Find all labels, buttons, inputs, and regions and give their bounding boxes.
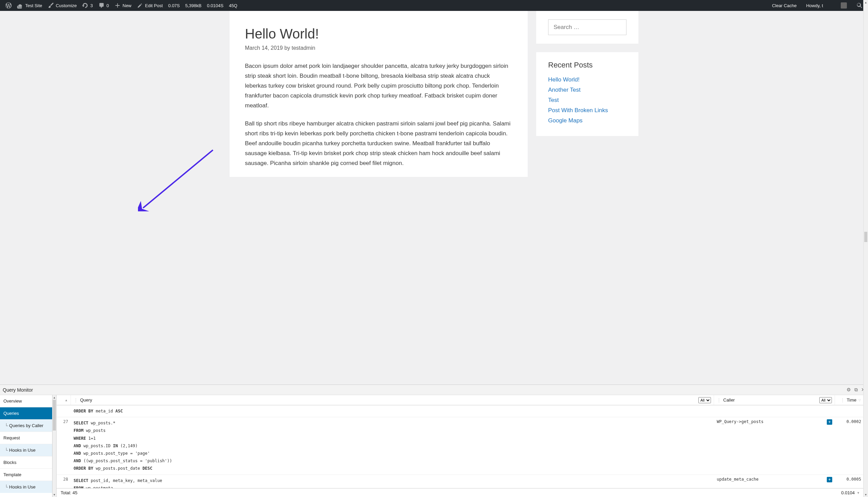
main-column: Hello World! March 14, 2019 by testadmin… — [230, 11, 528, 177]
comments-count: 0 — [107, 3, 109, 8]
wordpress-logo[interactable] — [3, 0, 14, 11]
stat-time1[interactable]: 0.07S — [165, 0, 182, 11]
post-title: Hello World! — [245, 26, 512, 42]
comment-icon — [99, 2, 105, 9]
plus-icon — [115, 2, 121, 9]
updates-link[interactable]: 3 — [79, 0, 95, 11]
avatar — [841, 2, 847, 9]
post-body: Bacon ipsum dolor amet pork loin landjae… — [245, 61, 512, 168]
dashboard-icon — [17, 2, 23, 9]
widget-title: Recent Posts — [548, 61, 627, 70]
customize-link[interactable]: Customize — [45, 0, 79, 11]
search-icon — [856, 2, 863, 9]
admin-bar: Test Site Customize 3 0 New — [0, 0, 868, 11]
recent-post-link[interactable]: Hello World! — [548, 76, 579, 83]
recent-post-link[interactable]: Post With Broken Links — [548, 107, 608, 114]
customize-label: Customize — [56, 3, 77, 8]
new-label: New — [123, 3, 132, 8]
recent-post-link[interactable]: Test — [548, 97, 559, 103]
search-widget — [536, 11, 638, 44]
post-paragraph: Ball tip short ribs ribeye hamburger alc… — [245, 119, 512, 168]
scroll-thumb[interactable] — [864, 232, 867, 242]
sidebar-column: Recent Posts Hello World! Another Test T… — [536, 11, 638, 177]
edit-post-link[interactable]: Edit Post — [134, 0, 165, 11]
comments-link[interactable]: 0 — [96, 0, 112, 11]
new-link[interactable]: New — [112, 0, 134, 11]
stat-time2[interactable]: 0.0104S — [204, 0, 226, 11]
updates-count: 3 — [90, 3, 93, 8]
edit-post-label: Edit Post — [145, 3, 163, 8]
page-content: Hello World! March 14, 2019 by testadmin… — [0, 11, 868, 384]
brush-icon — [48, 2, 54, 9]
recent-post-link[interactable]: Google Maps — [548, 117, 583, 124]
search-input[interactable] — [548, 19, 627, 35]
stat-memory[interactable]: 5,398kB — [182, 0, 204, 11]
clear-cache-link[interactable]: Clear Cache — [769, 0, 799, 11]
browser-scrollbar[interactable]: ▲ ▼ — [863, 0, 868, 384]
wordpress-icon — [5, 2, 12, 9]
stat-queries[interactable]: 45Q — [226, 0, 240, 11]
post-meta: March 14, 2019 by testadmin — [245, 45, 512, 51]
post-paragraph: Bacon ipsum dolor amet pork loin landjae… — [245, 61, 512, 111]
refresh-icon — [82, 2, 88, 9]
site-name: Test Site — [25, 3, 42, 8]
scroll-up-icon[interactable]: ▲ — [864, 0, 868, 5]
recent-posts-widget: Recent Posts Hello World! Another Test T… — [536, 52, 638, 136]
site-name-link[interactable]: Test Site — [14, 0, 45, 11]
recent-post-link[interactable]: Another Test — [548, 87, 580, 93]
pencil-icon — [137, 2, 143, 9]
user-greeting[interactable]: Howdy, t — [803, 0, 850, 11]
recent-posts-list: Hello World! Another Test Test Post With… — [548, 76, 627, 124]
